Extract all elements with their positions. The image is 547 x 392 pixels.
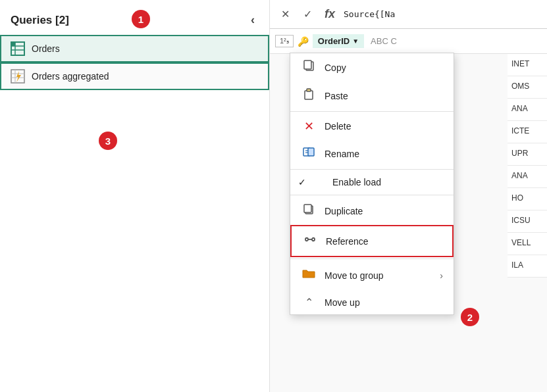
delete-label: Delete xyxy=(325,121,351,132)
menu-item-duplicate[interactable]: Duplicate xyxy=(290,197,454,225)
orders-aggregated-icon xyxy=(11,69,25,84)
column-type-icon: 1²₃ xyxy=(275,35,294,47)
menu-item-delete[interactable]: ✕ Delete xyxy=(290,113,454,139)
data-cells-column: INET OMS ANA ICTE UPR ANA HO ICSU VELL I… xyxy=(508,54,547,278)
data-cell: UPR xyxy=(508,143,547,166)
data-cell: ICTE xyxy=(508,121,547,143)
separator-3 xyxy=(290,195,454,195)
formula-input[interactable]: Source{[Na xyxy=(344,9,540,19)
menu-item-paste[interactable]: Paste xyxy=(290,82,454,110)
reference-icon xyxy=(302,232,318,250)
query-item-orders-aggregated[interactable]: Orders aggregated xyxy=(0,62,269,90)
rename-label: Rename xyxy=(325,149,359,159)
confirm-formula-button[interactable]: ✓ xyxy=(299,6,316,23)
key-icon: 🔑 xyxy=(298,36,309,47)
duplicate-icon xyxy=(301,203,317,219)
check-icon: ✓ xyxy=(296,177,309,187)
svg-rect-19 xyxy=(304,205,311,212)
separator-2 xyxy=(290,169,454,170)
move-up-label: Move up xyxy=(325,297,360,308)
data-cell: HO xyxy=(508,188,547,210)
paste-label: Paste xyxy=(325,91,348,101)
menu-item-move-to-group[interactable]: Move to group › xyxy=(290,260,454,290)
copy-icon xyxy=(301,59,317,76)
duplicate-label: Duplicate xyxy=(325,206,363,216)
collapse-button[interactable]: ‹ xyxy=(247,12,259,28)
svg-rect-15 xyxy=(308,148,314,156)
data-cell: VELL xyxy=(508,233,547,255)
data-cell: ANA xyxy=(508,166,547,188)
svg-rect-13 xyxy=(307,89,311,91)
badge-2: 2 xyxy=(461,308,479,326)
data-cell: ILA xyxy=(508,255,547,278)
column-name: OrderID xyxy=(318,36,350,46)
abc-column-header: ABC C xyxy=(371,36,397,46)
chevron-up-icon: ⌃ xyxy=(301,296,317,308)
orderid-column-header[interactable]: OrderID ▼ xyxy=(313,34,364,48)
cancel-formula-button[interactable]: ✕ xyxy=(276,6,294,23)
separator-4 xyxy=(290,258,454,259)
menu-item-move-up[interactable]: ⌃ Move up xyxy=(290,290,454,314)
left-panel: Queries [2] ‹ Orders xyxy=(0,0,270,392)
svg-rect-4 xyxy=(11,42,15,46)
context-menu: Copy Paste ✕ Delete xyxy=(290,53,454,315)
orders-label: Orders xyxy=(32,43,60,54)
menu-item-rename[interactable]: Rename xyxy=(290,139,454,168)
menu-item-enable-load[interactable]: ✓ Enable load xyxy=(290,171,454,193)
svg-marker-9 xyxy=(16,71,21,82)
folder-icon xyxy=(301,266,317,284)
enable-load-label: Enable load xyxy=(332,177,381,187)
data-cell: INET xyxy=(508,54,547,76)
fx-button[interactable]: fx xyxy=(321,6,338,23)
svg-rect-12 xyxy=(305,91,313,99)
paste-icon xyxy=(301,87,317,104)
orders-aggregated-label: Orders aggregated xyxy=(32,71,109,82)
data-cell: ICSU xyxy=(508,210,547,233)
right-panel: ✕ ✓ fx Source{[Na 1²₃ 🔑 OrderID ▼ ABC C … xyxy=(270,0,547,392)
orders-icon xyxy=(11,41,25,56)
submenu-arrow-icon: › xyxy=(440,270,443,281)
formula-bar: ✕ ✓ fx Source{[Na xyxy=(270,0,547,29)
badge-3: 3 xyxy=(99,132,117,150)
menu-item-reference[interactable]: Reference xyxy=(290,225,454,257)
data-cell: ANA xyxy=(508,99,547,121)
data-cell: OMS xyxy=(508,76,547,99)
rename-icon xyxy=(301,145,317,162)
queries-title: Queries [2] xyxy=(11,14,69,27)
badge-1: 1 xyxy=(132,10,150,28)
query-item-orders[interactable]: Orders xyxy=(0,35,269,62)
delete-icon: ✕ xyxy=(301,119,317,134)
menu-item-copy[interactable]: Copy xyxy=(290,53,454,82)
svg-rect-11 xyxy=(304,61,311,69)
dropdown-arrow-icon[interactable]: ▼ xyxy=(352,37,359,45)
move-to-group-label: Move to group xyxy=(325,270,384,281)
copy-label: Copy xyxy=(325,62,346,73)
separator-1 xyxy=(290,111,454,112)
reference-label: Reference xyxy=(326,236,369,247)
column-header-area: 1²₃ 🔑 OrderID ▼ ABC C xyxy=(270,29,547,54)
